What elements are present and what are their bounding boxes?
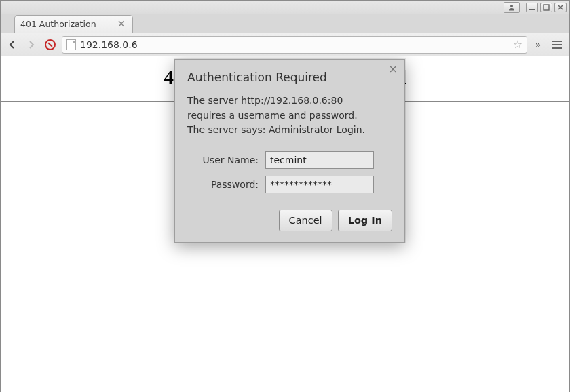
svg-rect-1 [529,9,535,10]
svg-rect-2 [544,5,549,10]
overflow-button[interactable]: » [531,37,545,52]
page-icon [66,39,76,50]
login-button[interactable]: Log In [338,210,392,231]
close-icon [557,4,564,11]
dialog-message-line: The server http://192.168.0.6:80 [187,95,343,106]
username-input[interactable] [265,151,374,169]
password-input[interactable] [265,176,374,193]
cancel-button-label: Cancel [289,215,322,226]
minimize-icon [529,4,535,11]
hamburger-icon [552,41,562,42]
tab-strip: 401 Authorization × [1,14,569,33]
url-text: 192.168.0.6 [80,39,509,50]
chevron-right-double-icon: » [535,39,542,50]
window-maximize-button[interactable] [540,3,552,12]
dialog-message-line: requires a username and password. [187,110,358,121]
bookmark-star-icon[interactable]: ☆ [513,38,522,51]
forward-button[interactable] [24,37,39,52]
arrow-right-icon [26,39,37,50]
dialog-message-line: The server says: Administrator Login. [187,124,365,135]
dialog-close-button[interactable]: × [389,64,398,75]
person-icon [508,3,516,12]
window-close-button[interactable] [554,3,567,12]
auth-dialog: × Authentication Required The server htt… [174,59,405,243]
browser-toolbar: 192.168.0.6 ☆ » [1,33,569,56]
dialog-message: The server http://192.168.0.6:80 require… [187,94,384,138]
dialog-actions: Cancel Log In [187,210,392,231]
tab-close-button[interactable]: × [115,19,127,29]
browser-tab[interactable]: 401 Authorization × [14,15,133,33]
address-bar[interactable]: 192.168.0.6 ☆ [62,36,527,54]
back-button[interactable] [5,37,20,52]
maximize-icon [543,4,550,11]
window-titlebar [1,1,569,14]
username-row: User Name: [187,151,392,169]
hamburger-menu-button[interactable] [549,37,565,52]
dialog-title: Authentication Required [187,71,392,84]
tab-title: 401 Authorization [20,19,111,29]
login-button-label: Log In [348,215,382,226]
svg-point-0 [510,5,513,7]
browser-window: 401 Authorization × 192.168.0.6 ☆ » 401 … [0,0,570,392]
page-content: 401 Authorization Required × Authenticat… [1,56,569,392]
profile-button[interactable] [504,2,520,13]
stop-reload-button[interactable] [43,37,58,52]
password-label: Password: [187,179,265,190]
window-minimize-button[interactable] [526,3,538,12]
username-label: User Name: [187,155,265,165]
stop-icon [45,39,56,50]
heading-left-fragment: 4 [164,66,174,88]
cancel-button[interactable]: Cancel [279,210,332,231]
arrow-left-icon [7,39,18,50]
password-row: Password: [187,176,392,193]
